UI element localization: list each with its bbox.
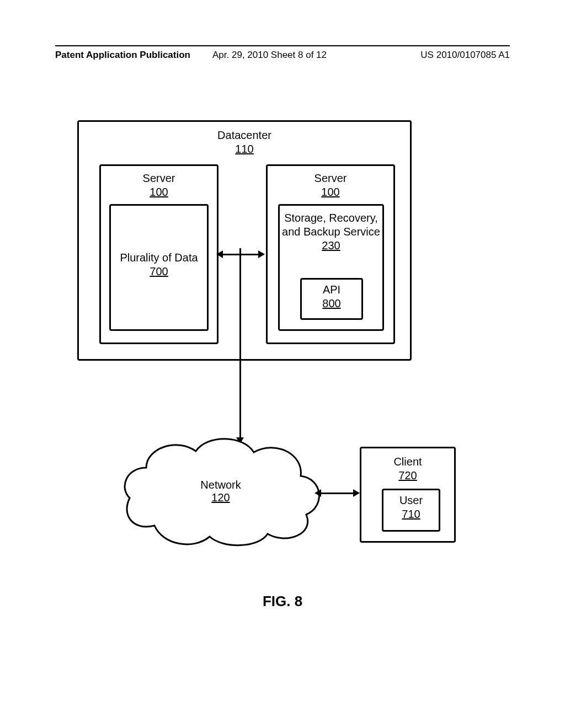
api-box: API 800 <box>300 278 363 320</box>
server-link-arrow-left <box>216 250 223 258</box>
user-box: User 710 <box>382 489 440 532</box>
server-left-label: Server 100 <box>101 172 217 199</box>
plurality-box: Plurality of Data 700 <box>109 204 209 331</box>
datacenter-label: Datacenter 110 <box>79 129 410 156</box>
api-name: API <box>302 283 361 297</box>
client-name: Client <box>361 455 454 469</box>
diagram-canvas: Datacenter 110 Server 100 Plurality of D… <box>0 0 565 728</box>
network-cloud: Network 120 <box>116 429 326 550</box>
plurality-num: 700 <box>111 265 207 279</box>
network-client-line <box>321 493 353 494</box>
server-left-name: Server <box>101 172 217 185</box>
network-client-arrow-left <box>315 489 321 497</box>
network-name: Network <box>200 479 241 491</box>
server-right-label: Server 100 <box>268 172 393 199</box>
server-right-num: 100 <box>268 185 393 199</box>
server-right-name: Server <box>268 172 393 185</box>
server-left-num: 100 <box>101 185 217 199</box>
network-label: Network 120 <box>116 479 326 504</box>
network-client-arrow-right <box>353 489 360 497</box>
client-num: 720 <box>361 469 454 483</box>
datacenter-name: Datacenter <box>79 129 410 142</box>
srb-name: Storage, Recovery, and Backup Service <box>280 211 382 239</box>
datacenter-num: 110 <box>79 142 410 156</box>
network-num: 120 <box>116 491 326 504</box>
figure-caption: FIG. 8 <box>0 593 565 610</box>
srb-num: 230 <box>280 239 382 253</box>
api-num: 800 <box>302 297 361 311</box>
api-label: API 800 <box>302 283 361 311</box>
srb-label: Storage, Recovery, and Backup Service 23… <box>280 211 382 253</box>
user-name: User <box>383 494 439 507</box>
plurality-label: Plurality of Data 700 <box>111 251 207 279</box>
user-num: 710 <box>383 507 439 521</box>
user-label: User 710 <box>383 494 439 521</box>
client-label: Client 720 <box>361 455 454 483</box>
server-link-arrow-right <box>258 250 265 258</box>
plurality-name: Plurality of Data <box>111 251 207 265</box>
datacenter-to-network-line <box>239 254 241 438</box>
